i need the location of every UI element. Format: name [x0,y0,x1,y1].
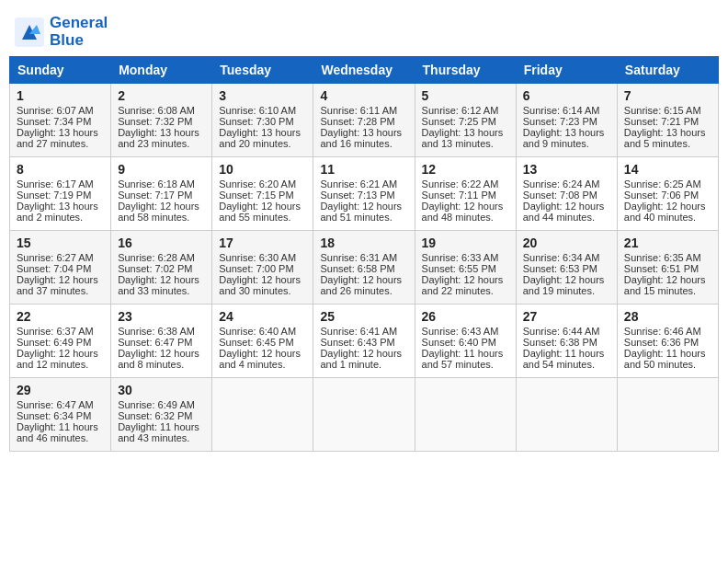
cell-info-line: Daylight: 12 hours [523,201,610,212]
cell-info-line: Daylight: 11 hours [624,348,711,359]
cell-info-line: Daylight: 12 hours [523,274,610,285]
day-number: 6 [523,88,610,103]
day-number: 7 [624,88,711,103]
cell-info-line: and 8 minutes. [118,359,205,370]
day-number: 24 [219,309,306,324]
cell-info-line: Daylight: 12 hours [320,274,407,285]
cell-info-line: Sunrise: 6:40 AM [219,326,306,337]
calendar-cell: 30Sunrise: 6:49 AMSunset: 6:32 PMDayligh… [111,378,212,452]
day-number: 16 [118,236,205,250]
cell-info-line: Sunset: 7:00 PM [219,263,306,274]
cell-info-line: Daylight: 13 hours [320,127,407,138]
cell-info-line: Daylight: 13 hours [118,127,205,138]
cell-info-line: Sunset: 6:43 PM [320,337,407,348]
cell-info-line: and 50 minutes. [624,359,711,370]
cell-info-line: and 15 minutes. [624,285,711,296]
day-number: 4 [320,88,407,103]
cell-info-line: Daylight: 12 hours [320,201,407,212]
cell-info-line: Daylight: 13 hours [523,127,610,138]
cell-info-line: Sunset: 6:45 PM [219,337,306,348]
cell-info-line: Sunset: 6:36 PM [624,337,711,348]
calendar-cell: 11Sunrise: 6:21 AMSunset: 7:13 PMDayligh… [313,157,415,231]
cell-info-line: Sunset: 7:17 PM [118,190,205,201]
column-header-saturday: Saturday [617,57,718,84]
calendar-cell [313,378,415,452]
page-header: General Blue [9,9,719,49]
calendar-cell: 20Sunrise: 6:34 AMSunset: 6:53 PMDayligh… [516,231,617,304]
calendar-cell: 17Sunrise: 6:30 AMSunset: 7:00 PMDayligh… [212,231,313,304]
calendar-cell: 5Sunrise: 6:12 AMSunset: 7:25 PMDaylight… [415,84,516,157]
cell-info-line: Sunset: 7:21 PM [624,116,711,127]
day-number: 2 [118,88,205,103]
day-number: 22 [17,309,104,324]
cell-info-line: Sunset: 6:34 PM [17,410,104,421]
cell-info-line: and 12 minutes. [17,359,104,370]
cell-info-line: and 37 minutes. [17,285,104,296]
cell-info-line: and 48 minutes. [422,212,509,223]
cell-info-line: and 19 minutes. [523,285,610,296]
cell-info-line: Sunrise: 6:27 AM [17,252,104,263]
cell-info-line: Daylight: 11 hours [17,421,104,432]
cell-info-line: Sunset: 7:11 PM [422,190,509,201]
day-number: 14 [624,162,711,177]
cell-info-line: Sunrise: 6:07 AM [17,105,104,116]
cell-info-line: Sunset: 7:04 PM [17,263,104,274]
day-number: 19 [422,236,509,250]
cell-info-line: Sunset: 7:30 PM [219,116,306,127]
day-number: 8 [17,162,104,177]
cell-info-line: and 40 minutes. [624,212,711,223]
cell-info-line: Daylight: 12 hours [17,348,104,359]
cell-info-line: Daylight: 12 hours [219,201,306,212]
day-number: 12 [422,162,509,177]
cell-info-line: Daylight: 13 hours [422,127,509,138]
cell-info-line: Sunset: 6:53 PM [523,263,610,274]
day-number: 20 [523,236,610,250]
calendar-cell: 8Sunrise: 6:17 AMSunset: 7:19 PMDaylight… [10,157,111,231]
day-number: 18 [320,236,407,250]
day-number: 25 [320,309,407,324]
cell-info-line: Daylight: 13 hours [17,201,104,212]
cell-info-line: Sunset: 7:25 PM [422,116,509,127]
cell-info-line: Sunrise: 6:41 AM [320,326,407,337]
calendar-cell: 1Sunrise: 6:07 AMSunset: 7:34 PMDaylight… [10,84,111,157]
cell-info-line: and 33 minutes. [118,285,205,296]
calendar-cell: 19Sunrise: 6:33 AMSunset: 6:55 PMDayligh… [415,231,516,304]
cell-info-line: Sunset: 6:51 PM [624,263,711,274]
cell-info-line: Sunset: 6:38 PM [523,337,610,348]
cell-info-line: Daylight: 12 hours [118,274,205,285]
cell-info-line: Sunrise: 6:33 AM [422,252,509,263]
cell-info-line: Sunset: 7:23 PM [523,116,610,127]
calendar-week-3: 15Sunrise: 6:27 AMSunset: 7:04 PMDayligh… [10,231,719,304]
calendar-cell [617,378,718,452]
cell-info-line: and 27 minutes. [17,138,104,149]
cell-info-line: Sunset: 6:58 PM [320,263,407,274]
logo: General Blue [13,15,108,49]
cell-info-line: Daylight: 13 hours [624,127,711,138]
day-number: 23 [118,309,205,324]
cell-info-line: Daylight: 12 hours [422,201,509,212]
day-number: 28 [624,309,711,324]
calendar-cell: 14Sunrise: 6:25 AMSunset: 7:06 PMDayligh… [617,157,718,231]
calendar-week-4: 22Sunrise: 6:37 AMSunset: 6:49 PMDayligh… [10,304,719,378]
cell-info-line: and 13 minutes. [422,138,509,149]
cell-info-line: and 16 minutes. [320,138,407,149]
cell-info-line: Sunset: 7:34 PM [17,116,104,127]
cell-info-line: Sunset: 7:19 PM [17,190,104,201]
calendar-cell [212,378,313,452]
cell-info-line: and 51 minutes. [320,212,407,223]
calendar-cell: 7Sunrise: 6:15 AMSunset: 7:21 PMDaylight… [617,84,718,157]
column-header-monday: Monday [111,57,212,84]
cell-info-line: and 2 minutes. [17,212,104,223]
cell-info-line: Sunset: 6:55 PM [422,263,509,274]
cell-info-line: Sunrise: 6:10 AM [219,105,306,116]
calendar-week-1: 1Sunrise: 6:07 AMSunset: 7:34 PMDaylight… [10,84,719,157]
cell-info-line: Sunset: 6:47 PM [118,337,205,348]
day-number: 26 [422,309,509,324]
cell-info-line: Sunrise: 6:25 AM [624,178,711,190]
calendar-header-row: SundayMondayTuesdayWednesdayThursdayFrid… [10,57,719,84]
cell-info-line: Sunrise: 6:34 AM [523,252,610,263]
cell-info-line: Sunrise: 6:49 AM [118,399,205,410]
calendar-cell: 6Sunrise: 6:14 AMSunset: 7:23 PMDaylight… [516,84,617,157]
calendar-cell [415,378,516,452]
cell-info-line: and 26 minutes. [320,285,407,296]
